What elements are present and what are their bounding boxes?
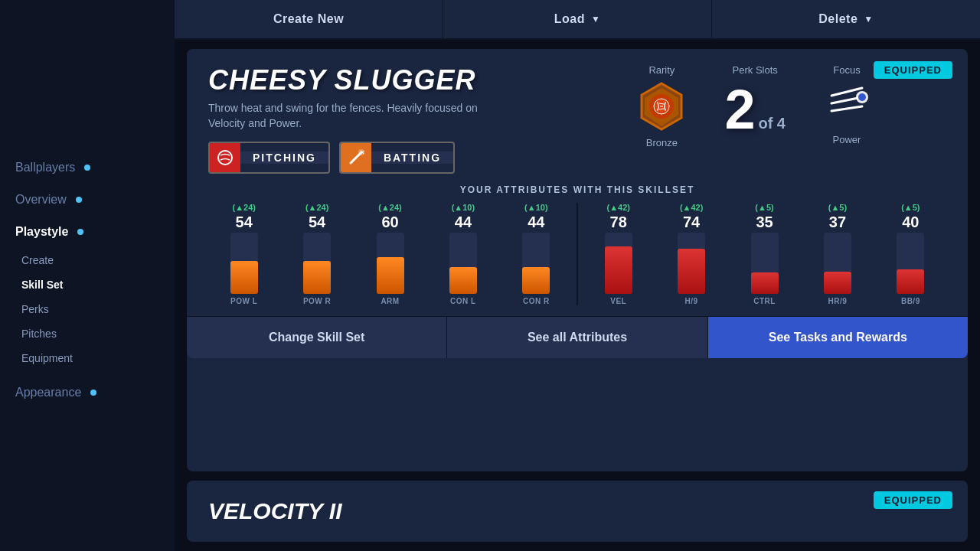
attr-delta: (▲24): [232, 203, 255, 212]
perk-slots-current: 2: [724, 82, 755, 137]
perk-slots-label: Perk Slots: [733, 64, 778, 76]
attr-bar: [751, 272, 779, 294]
perk-slots-stat: Perk Slots 2 of 4: [724, 64, 786, 137]
preview-equipped-badge: EQUIPPED: [874, 491, 952, 509]
load-button[interactable]: Load ▼: [443, 0, 712, 38]
attr-name: H/9: [685, 297, 698, 305]
attributes-bars: (▲24) 54 POW L (▲24) 54 POW R (▲24) 60 A…: [208, 203, 946, 305]
left-attr-group: (▲24) 54 POW L (▲24) 54 POW R (▲24) 60 A…: [208, 203, 572, 305]
right-attr-group: (▲42) 78 VEL (▲42) 74 H/9 (▲5) 35 CTRL (…: [583, 203, 946, 305]
sidebar: Ballplayers Overview Playstyle Create Sk…: [0, 0, 175, 551]
attr-bar: [303, 261, 331, 294]
attr-item: (▲42) 74 H/9: [655, 203, 727, 305]
attr-bar-container: [824, 233, 851, 294]
card-tags: PITCHING ✕ BATTING: [208, 142, 606, 174]
delete-label: Delete: [818, 12, 858, 26]
load-chevron-icon: ▼: [591, 14, 600, 24]
sidebar-sub-label: Skill Set: [21, 279, 63, 291]
attr-name: HR/9: [828, 297, 848, 305]
preview-card[interactable]: VELOCITY II EQUIPPED: [187, 481, 968, 542]
create-new-button[interactable]: Create New: [175, 0, 443, 38]
perk-slots-of: of 4: [758, 115, 786, 132]
attr-delta: (▲10): [452, 203, 475, 212]
attr-bar-container: [605, 233, 632, 294]
attr-value: 35: [756, 214, 773, 231]
attr-delta: (▲10): [524, 203, 547, 212]
attr-item: (▲24) 54 POW R: [281, 203, 352, 305]
focus-label: Focus: [833, 64, 860, 76]
see-attributes-label: See all Attributes: [528, 331, 627, 344]
sidebar-item-ballplayers[interactable]: Ballplayers: [0, 153, 175, 182]
attr-name: BB/9: [901, 297, 920, 305]
sidebar-sub-pitches[interactable]: Pitches: [0, 323, 175, 344]
sidebar-item-playstyle[interactable]: Playstyle: [0, 217, 175, 246]
attr-bar-container: [522, 233, 550, 294]
attr-bar: [449, 267, 477, 294]
attr-bar: [522, 267, 550, 294]
attr-name: CTRL: [753, 297, 776, 305]
sidebar-item-label: Ballplayers: [15, 161, 75, 174]
change-skillset-button[interactable]: Change Skill Set: [187, 316, 446, 358]
delete-chevron-icon: ▼: [864, 14, 873, 24]
sidebar-sub-label: Create: [21, 254, 54, 266]
attr-bar-container: [230, 233, 258, 294]
pitching-tag: PITCHING: [208, 142, 330, 174]
attr-delta: (▲5): [901, 203, 920, 212]
equipped-badge: EQUIPPED: [874, 61, 952, 79]
attr-bar-container: [751, 233, 779, 294]
card-description: Throw heat and swing for the fences. Hea…: [208, 101, 499, 131]
attr-value: 78: [610, 214, 627, 231]
skillset-card: EQUIPPED CHEESY SLUGGER Throw heat and s…: [187, 49, 968, 471]
attr-value: 54: [309, 214, 325, 231]
see-attributes-button[interactable]: See all Attributes: [446, 316, 707, 358]
attr-bar: [377, 257, 404, 294]
sidebar-item-label: Overview: [15, 193, 67, 207]
sidebar-sub-label: Perks: [21, 303, 49, 315]
batting-label: BATTING: [371, 152, 453, 164]
attr-name: CON R: [523, 297, 550, 305]
attributes-section: YOUR ATTRIBUTES WITH THIS SKILLSET (▲24)…: [208, 174, 946, 305]
delete-button[interactable]: Delete ▼: [712, 0, 980, 38]
focus-icon: [824, 82, 870, 128]
create-new-label: Create New: [273, 12, 344, 26]
pitching-label: PITCHING: [240, 152, 328, 164]
change-skillset-label: Change Skill Set: [269, 331, 364, 344]
attr-item: (▲24) 60 ARM: [354, 203, 426, 305]
sidebar-sub-create[interactable]: Create: [0, 249, 175, 271]
dot-indicator: [84, 165, 90, 171]
attr-item: (▲10) 44 CON L: [427, 203, 498, 305]
see-tasks-button[interactable]: See Tasks and Rewards: [708, 316, 968, 358]
attr-name: VEL: [610, 297, 626, 305]
sidebar-item-label: Playstyle: [15, 225, 68, 239]
attr-bar-container: [678, 233, 705, 294]
attr-delta: (▲42): [606, 203, 629, 212]
sidebar-item-label: Appearance: [15, 386, 81, 399]
attr-divider: [577, 203, 578, 305]
svg-text:✕: ✕: [360, 149, 364, 156]
attr-item: (▲5) 37 HR/9: [802, 203, 873, 305]
attr-bar: [230, 261, 258, 294]
card-info: CHEESY SLUGGER Throw heat and swing for …: [208, 64, 606, 174]
attr-bar: [605, 246, 632, 294]
attr-bar: [824, 272, 851, 295]
attr-name: CON L: [450, 297, 476, 305]
preview-card-title: VELOCITY II: [208, 498, 341, 524]
attr-value: 40: [902, 214, 919, 231]
sidebar-sub-perks[interactable]: Perks: [0, 298, 175, 320]
sidebar-sub-equipment[interactable]: Equipment: [0, 347, 175, 369]
attr-value: 37: [829, 214, 846, 231]
batting-icon: ✕: [341, 143, 371, 172]
rarity-value: Bronze: [646, 137, 678, 148]
attr-bar-container: [897, 233, 924, 294]
sidebar-sub-label: Equipment: [21, 352, 73, 364]
focus-stat: Focus Power: [824, 64, 870, 145]
attr-bar: [897, 269, 924, 294]
sidebar-item-overview[interactable]: Overview: [0, 185, 175, 214]
sidebar-sub-skillset[interactable]: Skill Set: [0, 274, 175, 295]
attr-item: (▲5) 35 CTRL: [729, 203, 800, 305]
attr-delta: (▲5): [755, 203, 773, 212]
card-title: CHEESY SLUGGER: [208, 64, 606, 96]
attr-value: 74: [683, 214, 700, 231]
sidebar-item-appearance[interactable]: Appearance: [0, 378, 175, 407]
attr-delta: (▲24): [305, 203, 328, 212]
